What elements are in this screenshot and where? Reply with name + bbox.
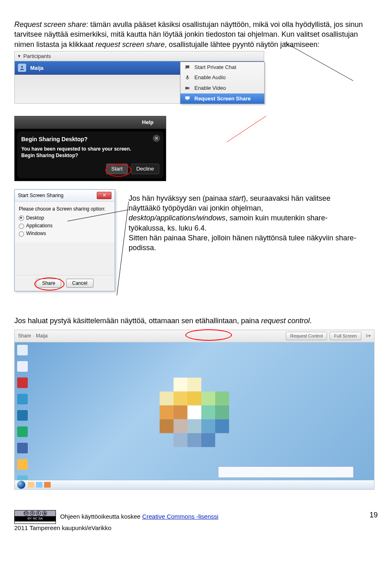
participants-panel: ▼ Participants Maija Start Private Chat … [14, 51, 264, 104]
copyright: 2011 Tampereen kaupunki/eVarikko [14, 524, 378, 532]
radio-applications[interactable]: Applications [19, 222, 111, 229]
annotation-circle-share [34, 277, 65, 291]
monitor-icon [184, 95, 191, 102]
dialog-line-2: Begin Sharing Desktop? [21, 152, 159, 159]
share-label: Share [18, 333, 31, 339]
svg-rect-3 [185, 97, 190, 100]
request-control-paragraph: Jos haluat pystyä käsittelemään näyttöä,… [14, 316, 378, 326]
share-menu-icon[interactable]: ≡▾ [365, 333, 371, 339]
collapse-triangle-icon[interactable]: ▼ [17, 53, 21, 59]
camera-icon [184, 85, 191, 91]
context-menu: Start Private Chat Enable Audio Enable V… [180, 62, 265, 104]
annotation-circle-request-control [185, 329, 232, 341]
dialog-title: Start Screen Sharing [18, 192, 63, 199]
close-icon[interactable]: ✕ [153, 135, 160, 142]
cc-license-link[interactable]: Creative Commons -lisenssi [142, 513, 218, 520]
help-menu[interactable]: Help [15, 116, 166, 129]
full-screen-button[interactable]: Full Screen [330, 332, 361, 340]
page-footer: 19 CC①$◑ BY NC SA Ohjeen käyttöoikeutta … [14, 510, 378, 532]
start-orb-icon[interactable] [17, 481, 25, 489]
radio-desktop[interactable]: Desktop [19, 215, 111, 221]
desktop-icon [17, 361, 28, 372]
close-button[interactable]: ✕ [97, 192, 111, 199]
svg-rect-2 [185, 87, 188, 89]
desktop-icons [17, 345, 28, 486]
taskbar-icon[interactable] [28, 482, 34, 488]
desktop-icon [17, 459, 28, 470]
dialog-title: Begin Sharing Desktop? [21, 135, 159, 143]
dialog-prompt: Please choose a Screen sharing option: [19, 206, 111, 212]
menu-enable-video[interactable]: Enable Video [180, 83, 264, 93]
app-icon [17, 443, 28, 453]
rss-term: Request screen share [14, 20, 86, 29]
screen-sharing-dialog: Start Screen Sharing ✕ Please choose a S… [14, 189, 115, 291]
svg-rect-1 [187, 75, 188, 78]
dialog-line-1: You have been requested to share your sc… [21, 146, 159, 152]
pixelated-logo [160, 377, 229, 447]
annotation-circle-start [105, 164, 131, 177]
radio-windows[interactable]: Windows [19, 230, 111, 237]
page-number: 19 [370, 510, 378, 520]
decline-button[interactable]: Decline [131, 164, 159, 174]
word-icon [17, 410, 28, 421]
menu-enable-audio[interactable]: Enable Audio [180, 72, 264, 83]
taskbar-icon[interactable] [36, 482, 42, 488]
share-prompt-dialog: Help ✕ Begin Sharing Desktop? You have b… [14, 116, 166, 181]
taskbar-icon[interactable] [44, 482, 51, 488]
mic-icon [184, 74, 191, 81]
share-pod: Share - Maija Request Control Full Scree… [14, 330, 374, 490]
taskbar [15, 480, 374, 489]
shared-desktop [15, 342, 374, 489]
adobe-icon [17, 377, 28, 388]
notification-balloon [218, 466, 354, 478]
share-username: Maija [36, 333, 48, 339]
menu-private-chat[interactable]: Start Private Chat [180, 62, 264, 73]
chat-icon [184, 64, 191, 71]
intro-paragraph: Request screen share: tämän avulla pääse… [14, 20, 378, 49]
request-control-button[interactable]: Request Control [286, 332, 327, 340]
participants-header: ▼ Participants [15, 51, 264, 62]
avatar-icon [18, 64, 26, 72]
recycle-bin-icon [17, 345, 28, 355]
cc-badge-icon: CC①$◑ BY NC SA [14, 510, 56, 524]
side-explanation: Jos hän hyväksyy sen (painaa start), seu… [129, 193, 357, 253]
share-toolbar: Share - Maija Request Control Full Scree… [15, 330, 374, 342]
menu-request-screen-share[interactable]: Request Screen Share [180, 93, 264, 104]
svg-rect-4 [187, 100, 188, 100]
svg-point-0 [21, 66, 23, 68]
participant-name: Maija [30, 64, 44, 72]
cancel-button[interactable]: Cancel [66, 279, 94, 288]
ie-icon [17, 394, 28, 404]
excel-icon [17, 426, 28, 437]
participants-title: Participants [23, 53, 51, 60]
